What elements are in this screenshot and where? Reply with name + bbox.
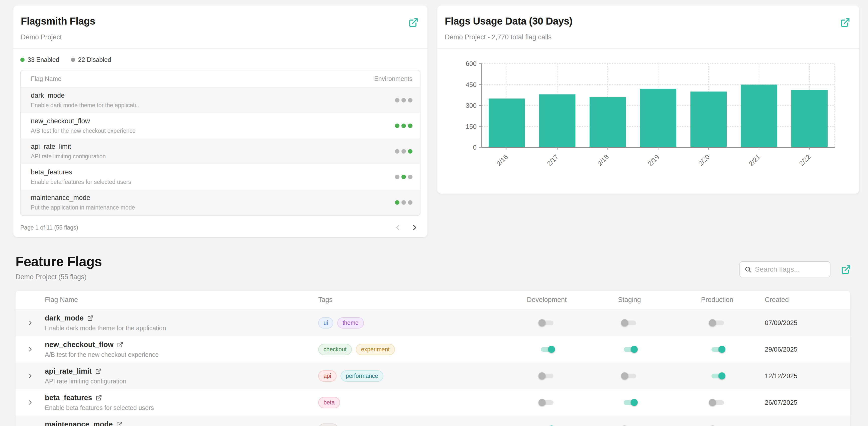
external-link-icon[interactable] (408, 18, 418, 28)
disabled-dot-icon (71, 58, 75, 62)
flag-info: api_rate_limit API rate limiting configu… (31, 143, 106, 160)
flag-description: API rate limiting configuration (31, 153, 106, 160)
tag-ui: ui (318, 317, 333, 329)
flags-card-header: Flagsmith Flags Demo Project (13, 5, 428, 49)
environment-dots (395, 175, 412, 179)
expand-row-button[interactable] (16, 372, 45, 379)
production-toggle[interactable] (709, 345, 725, 354)
svg-text:2/20: 2/20 (697, 153, 711, 168)
staging-toggle[interactable] (621, 372, 638, 380)
svg-text:2/22: 2/22 (798, 153, 812, 168)
flags-card-title: Flagsmith Flags (21, 16, 420, 27)
flag-info: new_checkout_flow A/B test for the new c… (31, 117, 135, 134)
flag-name: maintenance_mode (45, 420, 113, 426)
staging-toggle[interactable] (621, 425, 638, 426)
toggle-knob (538, 372, 546, 379)
flag-name: dark_mode (45, 314, 84, 322)
flag-description: Enable dark mode theme for the applicati… (31, 102, 141, 109)
disabled-label: 22 Disabled (78, 56, 111, 63)
staging-toggle[interactable] (621, 318, 638, 327)
tag-checkout: checkout (318, 344, 352, 355)
flag-name: maintenance_mode (31, 194, 135, 202)
legend-enabled: 33 Enabled (20, 56, 59, 63)
external-link-icon[interactable] (95, 368, 101, 374)
flag-name: beta_features (45, 394, 92, 402)
mini-table-rows: dark_mode Enable dark mode theme for the… (21, 87, 420, 215)
external-link-icon[interactable] (116, 421, 123, 426)
tag-theme: theme (337, 317, 364, 329)
flag-description: A/B test for the new checkout experience (45, 351, 318, 358)
toggle-knob (631, 346, 638, 353)
chevron-right-icon (27, 399, 34, 406)
flag-cell: beta_features Enable beta features for s… (45, 394, 318, 412)
pagination-label: Page 1 of 11 (55 flags) (20, 224, 78, 231)
development-toggle[interactable] (538, 398, 555, 407)
usage-card-subtitle: Demo Project - 2,770 total flag calls (445, 33, 852, 41)
mini-table-header: Flag Name Environments (21, 70, 420, 87)
flag-name: new_checkout_flow (31, 117, 135, 125)
environment-dot-on (401, 124, 406, 128)
external-link-icon[interactable] (87, 315, 93, 321)
flag-name: new_checkout_flow (45, 340, 114, 349)
toggle-knob (631, 399, 638, 406)
flag-description: Enable beta features for selected users (45, 404, 318, 412)
search-icon (744, 265, 751, 273)
production-toggle[interactable] (709, 318, 725, 327)
col-development: Development (512, 296, 582, 304)
toggle-knob (709, 319, 716, 326)
col-created: Created (757, 296, 850, 304)
development-toggle[interactable] (538, 372, 555, 380)
environment-dots (395, 98, 412, 102)
environment-dot-off (408, 98, 412, 102)
production-toggle[interactable] (709, 372, 725, 380)
flag-cell: api_rate_limit API rate limiting configu… (45, 367, 318, 385)
production-toggle[interactable] (709, 425, 725, 426)
usage-bar-chart: 01503004506002/162/172/182/192/202/212/2… (437, 49, 859, 194)
table-row: dark_mode Enable dark mode theme for the… (21, 87, 420, 113)
previous-page-icon[interactable] (394, 223, 402, 232)
tags-cell: ops (318, 424, 512, 426)
search-input[interactable] (755, 265, 826, 273)
flag-description: Enable dark mode theme for the applicati… (45, 325, 318, 332)
flags-card-subtitle: Demo Project (21, 33, 420, 41)
created-date: 07/09/2025 (757, 319, 850, 327)
external-link-icon[interactable] (841, 265, 851, 275)
external-link-icon[interactable] (840, 18, 850, 28)
flags-mini-table: Flag Name Environments dark_mode Enable … (20, 70, 421, 216)
tag-experiment: experiment (356, 344, 395, 355)
next-page-icon[interactable] (410, 223, 419, 232)
external-link-icon[interactable] (96, 395, 102, 401)
col-flag-name: Flag Name (45, 296, 318, 304)
production-toggle[interactable] (709, 398, 725, 407)
chevron-right-icon (27, 346, 34, 353)
chevron-right-icon (27, 319, 34, 326)
svg-text:0: 0 (473, 144, 476, 151)
external-link-icon[interactable] (117, 341, 123, 348)
environment-dot-on (408, 124, 412, 128)
staging-toggle[interactable] (621, 345, 638, 354)
tag-ops: ops (318, 424, 338, 426)
tags-cell: beta (318, 397, 512, 408)
staging-toggle[interactable] (621, 398, 638, 407)
svg-text:150: 150 (466, 123, 476, 130)
usage-card-title: Flags Usage Data (30 Days) (445, 16, 852, 27)
development-toggle[interactable] (538, 318, 555, 327)
development-toggle[interactable] (538, 425, 555, 426)
flag-description: Put the application in maintenance mode (31, 204, 135, 211)
expand-row-button[interactable] (16, 346, 45, 353)
flag-name: api_rate_limit (45, 367, 92, 375)
usage-card-header: Flags Usage Data (30 Days) Demo Project … (437, 5, 859, 49)
expand-row-button[interactable] (16, 319, 45, 326)
table-row: new_checkout_flow A/B test for the new c… (16, 336, 850, 363)
svg-text:2/19: 2/19 (647, 153, 661, 168)
flag-name: api_rate_limit (31, 143, 106, 151)
toggle-knob (538, 319, 546, 326)
usage-data-card: Flags Usage Data (30 Days) Demo Project … (437, 5, 859, 194)
col-tags: Tags (318, 296, 512, 304)
development-toggle[interactable] (538, 345, 555, 354)
expand-row-button[interactable] (16, 399, 45, 406)
created-date: 29/06/2025 (757, 345, 850, 353)
table-row: api_rate_limit API rate limiting configu… (16, 363, 850, 389)
feature-flags-table: Flag Name Tags Development Staging Produ… (16, 291, 850, 426)
flag-description: A/B test for the new checkout experience (31, 127, 135, 134)
